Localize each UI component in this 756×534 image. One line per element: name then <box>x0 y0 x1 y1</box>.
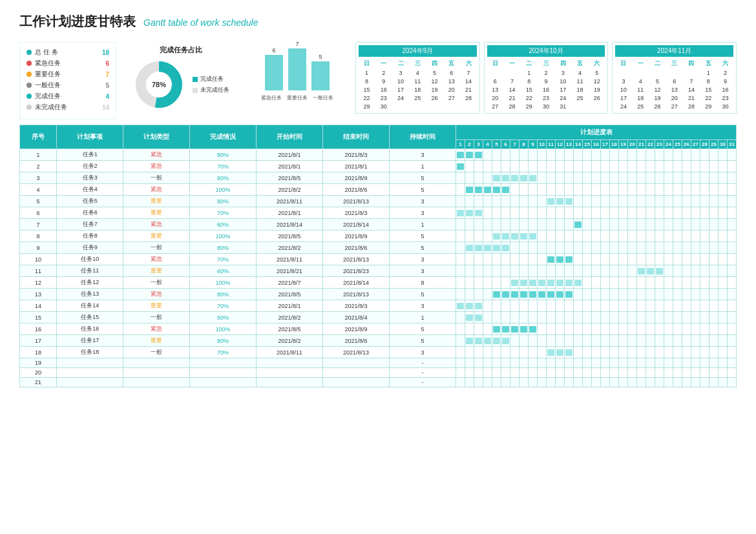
gantt-bar <box>484 338 491 344</box>
td-day <box>556 184 565 196</box>
gantt-bar <box>556 291 563 298</box>
td-day <box>628 265 637 277</box>
bar-panel: 6 7 5 紧急任务重要任务一般任务 <box>246 42 349 105</box>
td-day <box>538 207 547 219</box>
td-day <box>592 161 601 172</box>
td-day <box>465 312 474 323</box>
td-day <box>628 172 637 184</box>
cal-day: 3 <box>392 69 408 77</box>
cal-day-header: 一 <box>375 59 392 68</box>
td-end: 2021/8/13 <box>323 254 390 265</box>
th-complete: 完成情况 <box>190 125 257 149</box>
th-id: 序号 <box>20 125 57 149</box>
gantt-bar <box>457 210 464 216</box>
td-day <box>574 335 583 347</box>
cal-day: 28 <box>683 103 699 110</box>
gantt-bar <box>565 291 572 298</box>
td-day <box>592 149 601 161</box>
bar-item: 5 <box>311 54 330 90</box>
td-day <box>664 300 673 312</box>
gantt-bar <box>574 280 582 286</box>
gantt-bar <box>466 245 473 251</box>
td-end: 2021/8/23 <box>323 265 390 277</box>
td-day <box>501 219 510 231</box>
td-id: 7 <box>20 219 57 231</box>
td-day <box>691 265 700 277</box>
cal-day-header: 二 <box>521 59 537 68</box>
svg-text:78%: 78% <box>151 81 165 88</box>
td-day <box>637 312 646 323</box>
td-day <box>637 289 646 300</box>
table-row: 9 任务9 一般 80% 2021/8/2 2021/8/6 5 <box>20 242 737 254</box>
td-day <box>619 231 628 242</box>
td-day <box>556 254 565 265</box>
td-complete: 70% <box>190 300 257 312</box>
stat-value: 14 <box>102 104 109 111</box>
td-name <box>57 368 123 378</box>
td-day <box>628 149 637 161</box>
td-day <box>510 378 520 387</box>
td-day <box>719 184 728 196</box>
td-day <box>637 254 646 265</box>
td-start: 2021/8/1 <box>257 300 323 312</box>
td-day <box>700 219 709 231</box>
cal-grid: 日一二三四五六123456789101112131415161718192021… <box>359 59 477 110</box>
td-day <box>601 196 610 207</box>
td-day <box>646 323 655 335</box>
gantt-bar <box>565 280 572 286</box>
gantt-bar <box>529 280 536 286</box>
bar-rect <box>288 48 306 90</box>
th-day: 3 <box>474 140 483 149</box>
td-start: 2021/8/14 <box>257 219 323 231</box>
td-name: 任务9 <box>57 242 123 254</box>
td-day <box>510 289 520 300</box>
td-day <box>456 219 465 231</box>
td-day <box>719 172 728 184</box>
td-day <box>601 265 610 277</box>
stat-dot <box>26 72 32 77</box>
td-day <box>700 300 709 312</box>
td-day <box>556 347 565 358</box>
td-day <box>646 347 655 358</box>
cal-day: 9 <box>375 77 392 85</box>
bar-value: 6 <box>272 47 275 54</box>
td-day <box>709 300 719 312</box>
td-day <box>529 149 538 161</box>
td-day <box>565 161 574 172</box>
title-section: 工作计划进度甘特表 Gantt table of work schedule <box>19 13 737 37</box>
td-day <box>619 312 628 323</box>
td-day <box>492 358 501 368</box>
td-duration: 5 <box>389 184 456 196</box>
gantt-table-container: 序号 计划事项 计划类型 完成情况 开始时间 结束时间 持续时间 计划进度表 1… <box>19 125 737 387</box>
td-id: 18 <box>20 347 57 358</box>
cal-day <box>683 69 699 77</box>
cal-day: 18 <box>410 86 426 94</box>
td-day <box>556 323 565 335</box>
td-day <box>547 254 556 265</box>
td-day <box>637 335 646 347</box>
td-end: 2021/8/13 <box>323 289 390 300</box>
gantt-bar <box>529 175 536 181</box>
td-day <box>664 242 673 254</box>
td-day <box>610 219 619 231</box>
td-day <box>728 277 737 289</box>
td-day <box>592 219 601 231</box>
th-day: 22 <box>646 140 655 149</box>
td-day <box>682 368 691 378</box>
td-day <box>474 335 483 347</box>
td-day <box>719 219 728 231</box>
td-day <box>709 312 719 323</box>
cal-day: 6 <box>666 77 682 85</box>
td-day <box>709 277 719 289</box>
td-day <box>601 207 610 219</box>
td-day <box>565 358 574 368</box>
td-day <box>646 196 655 207</box>
td-day <box>664 312 673 323</box>
gantt-bar <box>502 233 509 240</box>
th-day: 24 <box>664 140 673 149</box>
td-day <box>664 254 673 265</box>
stat-row: 总 任 务 18 <box>26 48 109 57</box>
cal-day: 4 <box>410 69 426 77</box>
gantt-bar <box>493 245 500 251</box>
cal-day: 13 <box>443 77 459 85</box>
